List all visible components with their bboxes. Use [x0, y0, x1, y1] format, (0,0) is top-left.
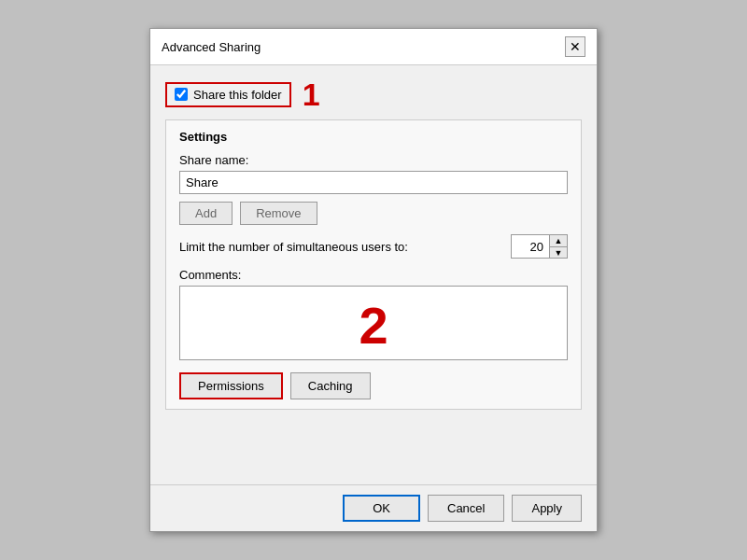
add-button[interactable]: Add	[179, 202, 233, 225]
simultaneous-label: Limit the number of simultaneous users t…	[179, 240, 408, 254]
share-folder-wrapper: Share this folder 1	[165, 78, 582, 110]
permissions-row: Permissions Caching	[179, 372, 568, 399]
spin-up-button[interactable]: ▲	[550, 235, 567, 246]
settings-group: Settings Share name: Add Remove Limit th…	[165, 119, 582, 410]
spinner-wrapper: ▲ ▼	[511, 234, 568, 259]
ok-button[interactable]: OK	[343, 495, 420, 522]
remove-button[interactable]: Remove	[240, 202, 317, 225]
share-name-input[interactable]	[179, 171, 568, 194]
dialog-title: Advanced Sharing	[162, 40, 261, 54]
caching-button[interactable]: Caching	[290, 372, 371, 399]
spin-down-button[interactable]: ▼	[550, 246, 567, 258]
permissions-button[interactable]: Permissions	[179, 372, 283, 399]
add-remove-row: Add Remove	[179, 202, 568, 225]
share-name-label: Share name:	[179, 153, 568, 167]
cancel-button[interactable]: Cancel	[428, 495, 504, 522]
dialog-body: Share this folder 1 Settings Share name:…	[150, 65, 597, 484]
title-bar: Advanced Sharing ✕	[150, 29, 597, 65]
close-button[interactable]: ✕	[565, 36, 585, 57]
share-folder-checkbox[interactable]	[175, 88, 188, 101]
annotation-1: 1	[303, 78, 320, 110]
comments-label: Comments:	[179, 268, 568, 282]
share-folder-row: Share this folder	[165, 82, 291, 107]
dialog-footer: OK Cancel Apply	[150, 484, 597, 531]
advanced-sharing-dialog: Advanced Sharing ✕ Share this folder 1 S…	[149, 28, 598, 532]
simultaneous-row: Limit the number of simultaneous users t…	[179, 234, 568, 259]
settings-title: Settings	[179, 130, 568, 144]
apply-button[interactable]: Apply	[512, 495, 582, 522]
share-folder-label: Share this folder	[193, 88, 282, 102]
comments-wrapper: 2	[179, 286, 568, 372]
comments-textarea[interactable]	[179, 286, 568, 360]
spinner-buttons: ▲ ▼	[549, 235, 567, 258]
simultaneous-input[interactable]	[512, 237, 549, 257]
